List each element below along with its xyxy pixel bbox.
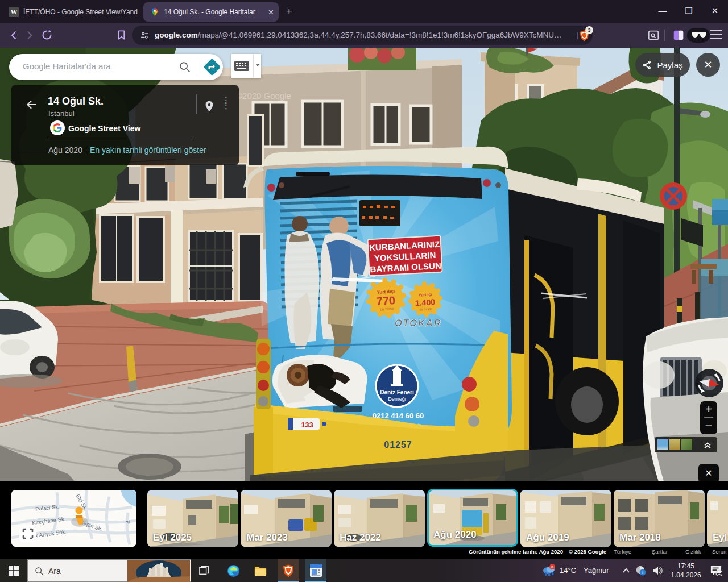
svg-text:OTOKAR: OTOKAR: [395, 318, 441, 329]
svg-text:1.400: 1.400: [415, 297, 435, 307]
svg-text:Deniz Feneri: Deniz Feneri: [380, 389, 414, 396]
svg-text:©2020 Google: ©2020 Google: [236, 91, 291, 101]
svg-text:01257: 01257: [384, 440, 412, 450]
svg-text:133: 133: [301, 421, 313, 429]
svg-text:770: 770: [376, 294, 396, 307]
svg-text:3: 3: [551, 564, 554, 569]
svg-text:Derneği: Derneği: [388, 396, 406, 402]
svg-text:1: 1: [718, 571, 721, 576]
svg-text:i: i: [642, 570, 643, 575]
